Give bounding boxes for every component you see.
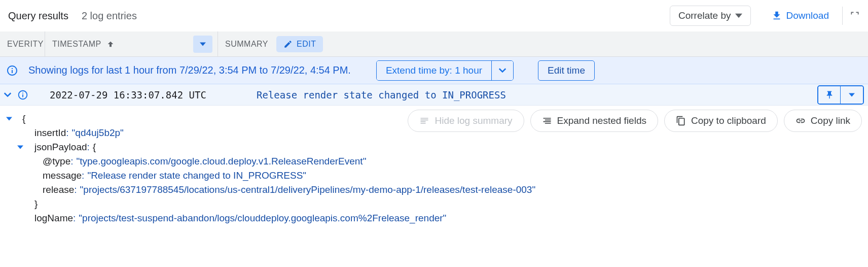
caret-down-icon xyxy=(200,42,206,46)
time-range-banner: Showing logs for last 1 hour from 7/29/2… xyxy=(0,57,868,84)
chevron-down-icon[interactable] xyxy=(3,92,12,97)
json-field[interactable]: message: "Release render state changed t… xyxy=(0,169,868,183)
json-field[interactable]: logName: "projects/test-suspend-abandon/… xyxy=(0,211,868,225)
json-field[interactable]: @type: "type.googleapis.com/google.cloud… xyxy=(0,154,868,169)
sort-up-icon xyxy=(106,40,115,48)
edit-label: EDIT xyxy=(297,40,316,49)
json-field[interactable]: release: "projects/637197788545/location… xyxy=(0,183,868,197)
correlate-by-button[interactable]: Correlate by xyxy=(670,6,751,26)
caret-down-icon[interactable] xyxy=(17,145,23,149)
extend-time-button[interactable]: Extend time by: 1 hour xyxy=(376,60,514,81)
fullscreen-icon[interactable] xyxy=(850,11,860,21)
page-title: Query results xyxy=(8,10,68,22)
log-timestamp: 2022-07-29 16:33:07.842 UTC xyxy=(33,89,257,101)
json-field[interactable]: jsonPayload: { xyxy=(0,140,868,154)
caret-down-icon[interactable] xyxy=(6,117,12,121)
json-open-brace: { xyxy=(0,112,868,126)
correlate-label: Correlate by xyxy=(678,10,731,21)
caret-down-icon xyxy=(849,93,855,97)
col-severity[interactable]: EVERITY xyxy=(0,31,45,56)
col-timestamp[interactable]: TIMESTAMP xyxy=(45,31,218,56)
col-summary: SUMMARY EDIT xyxy=(218,36,868,52)
download-icon xyxy=(771,10,782,21)
info-icon xyxy=(6,64,18,77)
col-timestamp-label: TIMESTAMP xyxy=(52,40,101,49)
download-button[interactable]: Download xyxy=(765,7,836,24)
column-header-row: EVERITY TIMESTAMP SUMMARY EDIT xyxy=(0,31,868,57)
json-close-brace: } xyxy=(0,197,868,211)
timestamp-dropdown[interactable] xyxy=(193,36,212,53)
pin-button[interactable] xyxy=(818,86,841,104)
entry-count: 2 log entries xyxy=(82,10,137,22)
download-label: Download xyxy=(786,10,829,21)
pencil-icon xyxy=(283,40,293,49)
extend-time-label[interactable]: Extend time by: 1 hour xyxy=(377,61,492,80)
edit-summary-button[interactable]: EDIT xyxy=(276,36,323,52)
edit-time-button[interactable]: Edit time xyxy=(538,60,595,81)
log-entry-row[interactable]: 2022-07-29 16:33:07.842 UTC Release rend… xyxy=(0,84,868,106)
pin-icon xyxy=(825,90,834,99)
divider xyxy=(842,7,843,25)
col-summary-label: SUMMARY xyxy=(225,40,268,49)
banner-text: Showing logs for last 1 hour from 7/29/2… xyxy=(28,64,351,76)
chevron-down-icon xyxy=(498,68,507,73)
severity-info-icon xyxy=(12,89,33,101)
results-header: Query results 2 log entries Correlate by… xyxy=(0,0,868,31)
log-detail-json: Hide log summary Expand nested fields Co… xyxy=(0,106,868,231)
pin-button-group xyxy=(817,85,864,105)
pin-dropdown-button[interactable] xyxy=(841,86,863,104)
extend-time-dropdown[interactable] xyxy=(492,61,513,80)
caret-down-icon xyxy=(735,13,742,18)
log-summary: Release render state changed to IN_PROGR… xyxy=(257,89,817,101)
